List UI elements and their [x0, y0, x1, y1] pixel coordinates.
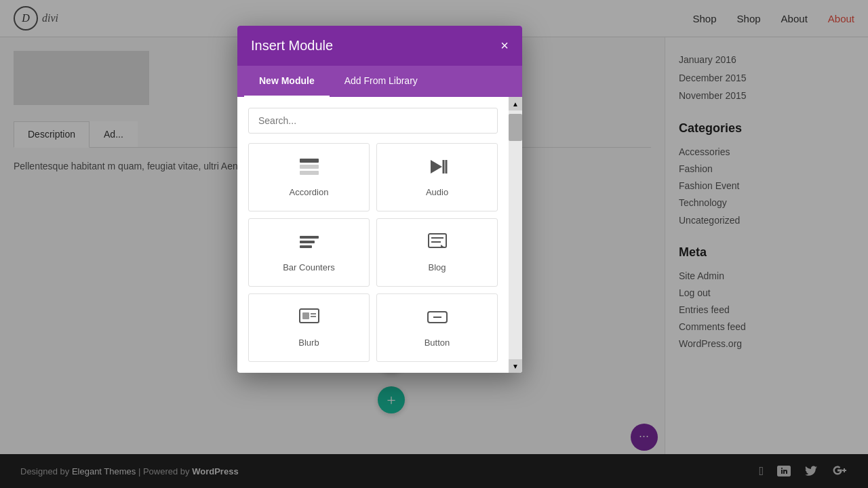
- svg-rect-7: [300, 241, 315, 243]
- module-blurb[interactable]: Blurb: [248, 293, 370, 362]
- module-audio[interactable]: Audio: [376, 143, 498, 211]
- blurb-icon: [298, 308, 320, 331]
- svg-marker-3: [431, 160, 442, 174]
- blurb-label: Blurb: [298, 338, 319, 348]
- bar-counters-label: Bar Counters: [283, 262, 335, 272]
- svg-rect-1: [300, 165, 319, 169]
- module-grid: Accordion Audio: [248, 143, 498, 362]
- audio-icon: [427, 157, 448, 180]
- modal-body: Accordion Audio: [237, 97, 509, 373]
- tab-add-from-library[interactable]: Add From Library: [330, 66, 433, 97]
- modal-close-button[interactable]: ×: [500, 38, 509, 54]
- modal-title: Insert Module: [251, 38, 333, 54]
- modal-header: Insert Module ×: [237, 26, 522, 66]
- module-search-input[interactable]: [248, 108, 498, 134]
- scroll-up-arrow[interactable]: ▲: [509, 97, 522, 110]
- button-icon: [427, 308, 448, 331]
- tab-new-module[interactable]: New Module: [244, 66, 330, 97]
- module-bar-counters[interactable]: Bar Counters: [248, 218, 370, 287]
- blog-icon: [427, 232, 448, 256]
- scrollbar-track: [509, 110, 522, 359]
- module-accordion[interactable]: Accordion: [248, 143, 370, 211]
- scroll-down-arrow[interactable]: ▼: [509, 359, 522, 373]
- scrollbar-thumb[interactable]: [509, 114, 522, 141]
- accordion-icon: [298, 157, 320, 180]
- insert-module-modal: Insert Module × New Module Add From Libr…: [237, 26, 522, 373]
- svg-rect-0: [300, 159, 319, 163]
- modal-tabs: New Module Add From Library: [237, 66, 522, 97]
- module-blog[interactable]: Blog: [376, 218, 498, 287]
- accordion-label: Accordion: [290, 187, 329, 197]
- modal-scroll-area: ▲ ▼ Accordion: [237, 97, 522, 373]
- svg-rect-9: [429, 234, 446, 247]
- svg-rect-6: [300, 236, 319, 239]
- audio-label: Audio: [426, 187, 448, 197]
- svg-rect-2: [300, 171, 319, 175]
- svg-rect-13: [302, 312, 309, 319]
- module-button[interactable]: Button: [376, 293, 498, 362]
- svg-rect-8: [300, 245, 312, 248]
- blog-label: Blog: [428, 262, 446, 272]
- bar-counters-icon: [298, 232, 320, 256]
- button-label: Button: [425, 338, 450, 348]
